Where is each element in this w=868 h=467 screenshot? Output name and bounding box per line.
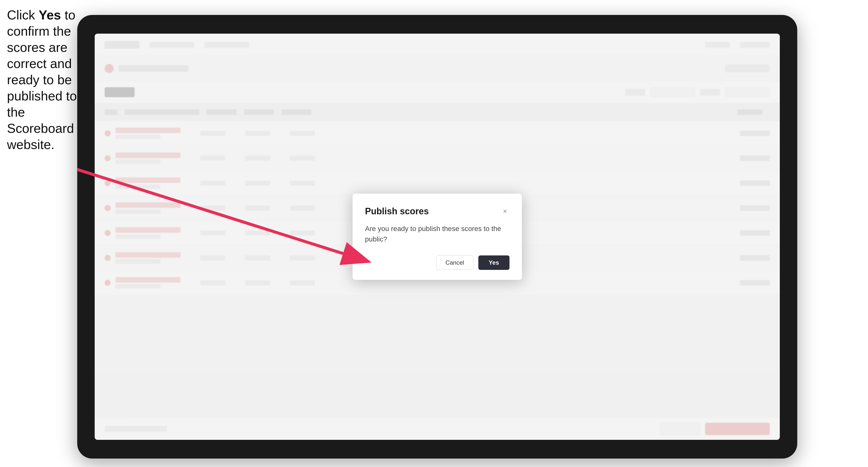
yes-bold-word: Yes (39, 8, 61, 22)
modal-title-row: Publish scores × (365, 206, 509, 217)
modal-footer: Cancel Yes (365, 255, 509, 270)
tablet-device: Publish scores × Are you ready to publis… (77, 15, 797, 459)
yes-button[interactable]: Yes (478, 255, 509, 270)
cancel-button[interactable]: Cancel (436, 255, 473, 270)
publish-scores-modal: Publish scores × Are you ready to publis… (352, 194, 522, 280)
modal-body-text: Are you ready to publish these scores to… (365, 223, 509, 245)
modal-close-button[interactable]: × (500, 207, 509, 216)
modal-backdrop: Publish scores × Are you ready to publis… (95, 34, 780, 440)
instruction-text: Click Yes to confirm the scores are corr… (7, 7, 79, 153)
tablet-screen: Publish scores × Are you ready to publis… (95, 34, 780, 440)
modal-title: Publish scores (365, 206, 429, 217)
